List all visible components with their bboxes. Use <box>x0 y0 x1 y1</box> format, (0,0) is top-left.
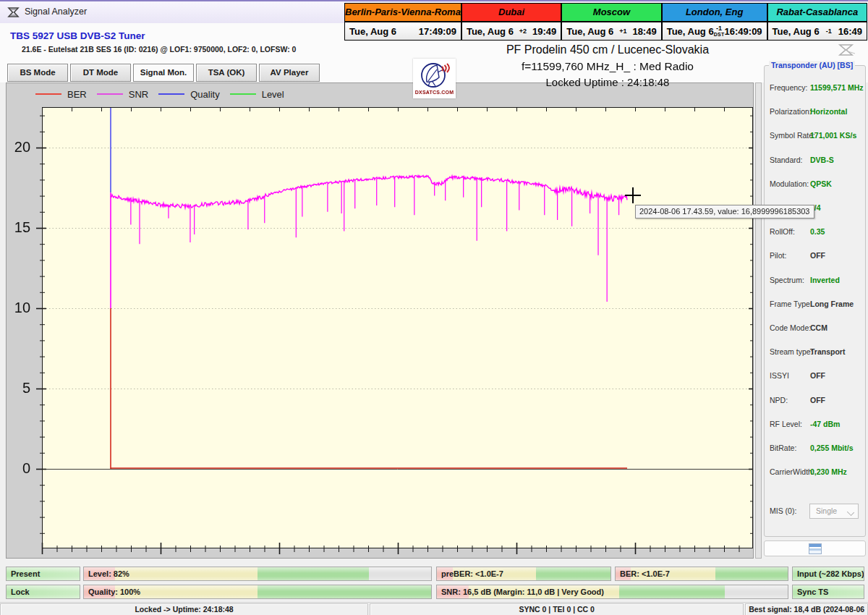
dxsatcs-logo: DXSATCS.COM <box>413 59 456 98</box>
tp-row-issyi: ISSYIOFF <box>765 371 865 381</box>
meter-level: Level: 82% <box>83 567 432 581</box>
signal-chart-panel: BERSNRQualityLevel <box>6 82 754 559</box>
frequency-service-title: f=11599,760 MHz_H_ : Med Radio <box>420 60 796 73</box>
statusbar-lock-uptime: Locked -> Uptime: 24:18:48 <box>0 603 368 615</box>
mis-label: MIS (0): <box>770 506 796 515</box>
tp-label: NPD: <box>770 396 788 404</box>
statusbar-sync-counters: SYNC 0 | TEI 0 | CC 0 <box>370 603 744 615</box>
clock-city: Rabat-Casablanca <box>768 4 867 22</box>
chevron-down-icon <box>847 509 854 516</box>
tp-label: Pilot: <box>770 251 786 260</box>
tp-label: Standard: <box>770 156 803 164</box>
tp-value: Horizontal <box>810 107 847 116</box>
panel-splitter[interactable] <box>755 82 762 559</box>
tp-row-spectrum: Spectrum:Inverted <box>765 276 865 286</box>
tp-label: CarrierWidth: <box>770 467 814 476</box>
meter-snr: SNR: 16,5 dB (Margin: 11,0 dB | Very Goo… <box>436 585 788 599</box>
tp-row-modulation: Modulation:QPSK <box>765 179 865 190</box>
clock-3: London, EngTue, Aug 6-1DST16:49:09 <box>663 4 768 40</box>
clock-time: Tue, Aug 617:49:09 <box>345 22 461 40</box>
clock-4: Rabat-CasablancaTue, Aug 6-116:49 <box>768 4 867 40</box>
tp-value: OFF <box>810 251 825 260</box>
tp-row-npd: NPD:OFF <box>765 396 865 406</box>
tp-row-codemode: Code Mode:CCM <box>765 323 865 334</box>
tab-bs-mode[interactable]: BS Mode <box>7 64 68 82</box>
window-title: Signal Analyzer <box>25 7 87 17</box>
satellite-dish-icon <box>420 60 450 89</box>
meter-label: Sync TS <box>797 588 828 596</box>
tp-value: -47 dBm <box>810 420 840 428</box>
tp-value: QPSK <box>810 179 832 188</box>
tp-label: Frame Type: <box>770 300 812 308</box>
tuner-details: 21.6E - Eutelsat 21B SES 16 (ID: 0216) @… <box>22 45 296 54</box>
tp-row-rflevel: RF Level:-47 dBm <box>765 420 865 430</box>
clock-city: Moscow <box>562 4 660 22</box>
tp-value: 0,255 Mbit/s <box>810 444 854 452</box>
antenna-location-title: PF Prodelin 450 cm / Lucenec-Slovakia <box>405 43 810 56</box>
tp-value: 171,001 KS/s <box>810 131 856 140</box>
tp-value: Transport <box>810 347 845 356</box>
tp-label: Modulation: <box>770 179 809 188</box>
clock-0: Berlin-Paris-Vienna-RomaTue, Aug 617:49:… <box>345 4 462 40</box>
tab-dt-mode[interactable]: DT Mode <box>70 64 131 82</box>
clock-city: Dubai <box>462 4 561 22</box>
tab-signal-mon[interactable]: Signal Mon. <box>133 64 194 82</box>
clock-time: Tue, Aug 6-1DST16:49:09 <box>663 22 767 40</box>
tp-row-carrierwidth: CarrierWidth:0,230 MHz <box>765 467 865 478</box>
meter-quality: Quality: 100% <box>83 585 432 599</box>
transponder-list-button[interactable] <box>764 540 866 556</box>
mis-dropdown[interactable]: Single <box>809 504 859 519</box>
mis-selected-value: Single <box>816 506 837 515</box>
tp-label: Stream type: <box>770 347 813 356</box>
tp-value: 0.35 <box>810 227 825 236</box>
clock-time: Tue, Aug 6+219:49 <box>462 22 561 40</box>
tp-label: BitRate: <box>770 444 796 452</box>
tp-label: Polarization: <box>770 107 812 116</box>
locked-uptime-title: Locked Uptime : 24:18:48 <box>420 76 796 88</box>
tp-label: ISSYI <box>770 371 789 380</box>
tp-label: RF Level: <box>770 420 802 428</box>
signal-chart[interactable] <box>7 83 753 558</box>
tp-value: Long Frame <box>810 300 854 308</box>
list-grid-icon <box>809 543 822 554</box>
tuner-name: TBS 5927 USB DVB-S2 Tuner <box>10 30 145 41</box>
meter-label: Lock <box>11 588 30 596</box>
tp-row-pilot: Pilot:OFF <box>765 251 865 261</box>
tab-tsa[interactable]: TSA (OK) <box>196 64 257 82</box>
tab-av-player[interactable]: AV Player <box>259 64 320 82</box>
meter-input: Input (~282 Kbps) <box>792 567 864 581</box>
tp-value: OFF <box>810 371 825 380</box>
meter-label: SNR: 16,5 dB (Margin: 11,0 dB | Very Goo… <box>441 588 604 596</box>
tp-row-polarization: Polarization:Horizontal <box>765 107 865 117</box>
meter-label: Input (~282 Kbps) <box>797 569 864 578</box>
tp-row-standard: Standard:DVB-S <box>765 156 865 166</box>
tp-row-rolloff: RollOff:0.35 <box>765 227 865 237</box>
tp-label: RollOff: <box>770 227 795 236</box>
transponder-panel: Transponder (AU) [BS] Frequency:11599,57… <box>764 65 866 537</box>
app-icon <box>7 7 20 18</box>
meter-syncts: Sync TS <box>792 585 864 599</box>
tp-value: 11599,571 MHz <box>810 83 864 92</box>
meter-present: Present <box>6 567 80 581</box>
logo-text: DXSATCS.COM <box>415 90 454 95</box>
clock-2: MoscowTue, Aug 6+118:49 <box>562 4 662 40</box>
tp-label: Symbol Rate: <box>770 131 815 140</box>
signature-icon <box>838 42 856 56</box>
clock-time: Tue, Aug 6+118:49 <box>562 22 660 40</box>
world-clocks: Berlin-Paris-Vienna-RomaTue, Aug 617:49:… <box>344 3 867 41</box>
meter-lock: Lock <box>6 585 80 599</box>
tp-value: CCM <box>810 323 827 332</box>
status-bar: Locked -> Uptime: 24:18:48 SYNC 0 | TEI … <box>0 602 868 615</box>
clock-1: DubaiTue, Aug 6+219:49 <box>462 4 562 40</box>
tp-value: DVB-S <box>810 156 834 164</box>
tp-value: Inverted <box>810 276 840 284</box>
meter-label: BER: <1.0E-7 <box>620 569 670 578</box>
meter-label: Quality: 100% <box>88 588 140 596</box>
meter-label: Level: 82% <box>88 569 129 578</box>
meter-preber: preBER: <1.0E-7 <box>436 567 611 581</box>
tp-label: Spectrum: <box>770 276 804 284</box>
meter-label: preBER: <1.0E-7 <box>441 569 503 578</box>
clock-city: Berlin-Paris-Vienna-Roma <box>345 4 461 22</box>
clock-time: Tue, Aug 6-116:49 <box>768 22 867 40</box>
statusbar-best-signal: Best signal: 18,4 dB (2024-08-06 07:23) <box>745 603 868 615</box>
